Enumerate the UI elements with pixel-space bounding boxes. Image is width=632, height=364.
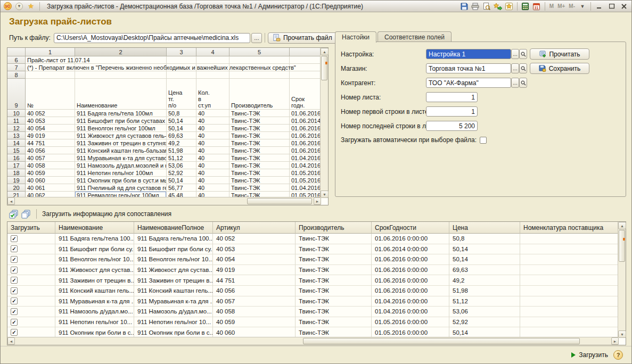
sheet-cell[interactable]: 01.05.2016 <box>290 177 321 184</box>
compare-cell[interactable]: 911 Намозоль д/удал.мо... <box>134 307 213 317</box>
compare-cell[interactable] <box>520 286 618 296</box>
sheet-cell[interactable]: Твинс-ТЭК <box>229 117 290 125</box>
compare-cell[interactable]: 69,63 <box>449 265 520 276</box>
store-input[interactable]: Торговая точка №1 <box>426 63 511 73</box>
sheet-cell[interactable]: 51,12 <box>167 154 196 162</box>
sheet-column-header[interactable]: 5 <box>229 48 290 56</box>
sheet-row-number[interactable]: 13 <box>7 132 26 139</box>
sheet-cell[interactable]: Твинс-ТЭК <box>229 154 290 162</box>
favorite-icon[interactable] <box>504 2 514 11</box>
table-row[interactable]: 911 Окопник при боли в с...911 Окопник п… <box>7 327 618 337</box>
table-row[interactable]: 911 Бадяга гель/тела 100...911 Бадяга ге… <box>7 234 618 244</box>
scroll-right-arrow[interactable]: ► <box>314 197 321 205</box>
compare-cell[interactable]: 911 Конский каштан гель... <box>134 286 213 296</box>
sheet-row-number[interactable]: 18 <box>7 169 26 177</box>
sheet-cell[interactable]: 40 <box>196 169 229 177</box>
sheet-cell[interactable]: 01.05.2016 <box>290 169 321 177</box>
scroll-left-arrow[interactable]: ◄ <box>7 337 15 345</box>
sheet-cell[interactable]: 01.06.2016 <box>290 132 321 139</box>
row-checkbox[interactable] <box>11 297 18 304</box>
compare-cell[interactable]: 911 Муравьиная к-та для ... <box>134 296 213 307</box>
compare-cell[interactable] <box>520 254 618 265</box>
sheet-row-number[interactable]: 6 <box>7 56 26 64</box>
row-checkbox[interactable] <box>11 319 18 326</box>
compare-cell-load[interactable] <box>7 275 55 286</box>
sheet-cell[interactable] <box>26 71 75 79</box>
compare-cell[interactable]: 01.06.2016 0:00:00 <box>372 234 449 244</box>
table-row[interactable]: 911 Бишофит при боли су...911 Бишофит пр… <box>7 244 618 255</box>
scroll-right-arrow[interactable]: ► <box>611 337 619 345</box>
sheet-header-cell[interactable]: Производитель <box>229 79 290 110</box>
sheet-cell[interactable]: 51,98 <box>167 147 196 154</box>
sheet-row-number[interactable]: 7 <box>7 64 26 71</box>
compare-cell[interactable]: 911 Окопник при боли в с... <box>55 327 134 337</box>
sheet-cell[interactable]: Твинс-ТЭК <box>229 184 290 192</box>
compare-cell[interactable]: 40 060 <box>213 327 296 337</box>
store-browse-button[interactable]: ... <box>511 63 519 73</box>
memory-recall-button[interactable]: M <box>548 3 555 9</box>
sheet-row-number[interactable]: 9 <box>7 79 26 110</box>
sheet-cell[interactable]: 40 <box>196 184 229 192</box>
maximize-button[interactable] <box>606 2 617 11</box>
sheet-cell[interactable] <box>290 64 321 71</box>
compare-cell[interactable]: 01.05.2016 0:00:00 <box>372 327 449 337</box>
table-row[interactable]: 911 Намозоль д/удал.мо...911 Намозоль д/… <box>7 307 618 317</box>
table-row[interactable]: 911 Непотин гель/ног 10...911 Непотин ге… <box>7 317 618 328</box>
compare-cell[interactable]: 51,12 <box>449 296 520 307</box>
sheet-cell[interactable]: 40 054 <box>26 125 75 132</box>
compare-vertical-scrollbar[interactable]: ▲ ▼ <box>618 222 626 338</box>
sheet-cell[interactable]: 50,14 <box>167 125 196 132</box>
compare-cell[interactable]: 01.05.2016 0:00:00 <box>372 317 449 328</box>
sheet-column-header[interactable]: 3 <box>167 48 196 56</box>
compare-cell[interactable]: 01.04.2016 0:00:00 <box>372 296 449 307</box>
row-checkbox[interactable] <box>11 267 18 274</box>
sheet-cell[interactable]: 40 <box>196 177 229 184</box>
sheet-cell[interactable]: 50,14 <box>167 117 196 125</box>
compare-cell[interactable] <box>520 296 618 307</box>
setting-lookup-button[interactable] <box>519 49 527 59</box>
scroll-thumb[interactable] <box>619 230 625 262</box>
compare-cell[interactable] <box>520 317 618 328</box>
sheet-cell[interactable]: 01.06.2016 <box>290 110 321 117</box>
sheet-cell[interactable]: 01.06.2014 <box>290 117 321 125</box>
sheet-cell[interactable]: 01.06.2016 <box>290 125 321 132</box>
sheet-cell[interactable]: Твинс-ТЭК <box>229 110 290 117</box>
compare-cell[interactable]: 49,2 <box>449 275 520 286</box>
sheet-cell[interactable] <box>229 56 290 64</box>
compare-cell-load[interactable] <box>7 244 55 255</box>
sheet-cell[interactable]: 49 019 <box>26 132 75 139</box>
sheet-cell[interactable]: 53,06 <box>167 162 196 169</box>
sheet-cell[interactable]: 01.04.2016 <box>290 162 321 169</box>
sheet-cell[interactable] <box>290 56 321 64</box>
compare-cell[interactable]: 911 Непотин гель/ног 10... <box>55 317 134 328</box>
sheet-row-number[interactable]: 11 <box>7 117 26 125</box>
sheet-header-cell[interactable]: № <box>26 79 75 110</box>
sheet-column-header[interactable]: 1 <box>26 48 75 56</box>
close-button[interactable] <box>619 2 629 11</box>
compare-cell[interactable]: 911 Муравьиная к-та для ... <box>55 296 134 307</box>
compare-cell[interactable]: Твинс-ТЭК <box>296 254 372 265</box>
sheet-cell[interactable] <box>196 71 229 79</box>
sheet-column-header[interactable]: 2 <box>75 48 167 56</box>
scroll-up-arrow[interactable]: ▲ <box>618 222 626 229</box>
sheet-cell[interactable]: 52,92 <box>167 169 196 177</box>
sheet-cell[interactable]: 49,2 <box>167 139 196 147</box>
row-checkbox[interactable] <box>11 329 18 336</box>
sheet-cell[interactable]: 911 Пчелиный яд для суставов гель <box>75 184 167 192</box>
compare-cell-load[interactable] <box>7 327 55 337</box>
sheet-cell[interactable]: 911 Намозоль д/удал.мозолей и нат <box>75 162 167 169</box>
browse-file-button[interactable]: ... <box>251 33 262 43</box>
table-row[interactable]: 911 Живокост для сустав...911 Живокост д… <box>7 265 618 276</box>
uncheck-all-icon[interactable] <box>21 210 31 219</box>
compare-cell[interactable] <box>520 307 618 317</box>
setting-input[interactable]: Настройка 1 <box>426 49 511 59</box>
compare-cell[interactable]: 911 Живокост для сустав... <box>55 265 134 276</box>
sheet-row-number[interactable]: 20 <box>7 184 26 192</box>
calculator-icon[interactable] <box>521 2 530 11</box>
compare-cell[interactable]: Твинс-ТЭК <box>296 265 372 276</box>
compare-column-header[interactable]: Производитель <box>296 222 372 234</box>
compare-cell[interactable]: 52,92 <box>449 317 520 328</box>
sheet-row-number[interactable]: 17 <box>7 162 26 169</box>
scroll-thumb[interactable] <box>247 198 312 204</box>
compare-cell[interactable]: 51,98 <box>449 286 520 296</box>
